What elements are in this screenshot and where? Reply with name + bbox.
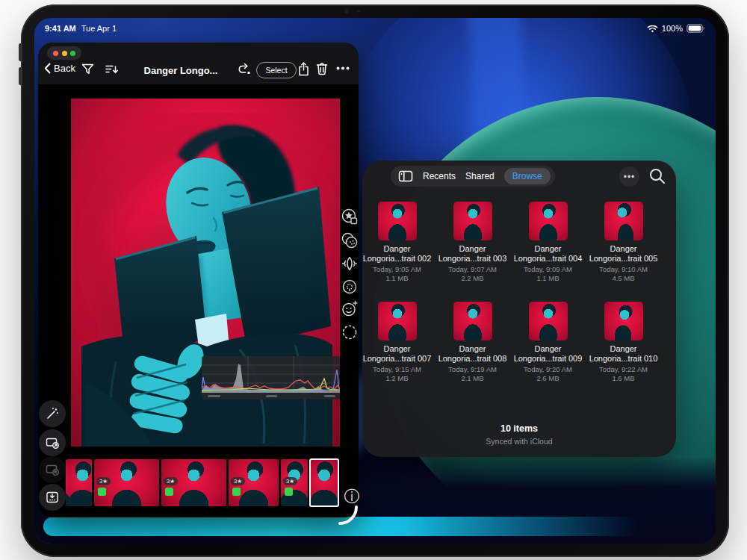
window-controls xyxy=(47,46,81,60)
status-bar: 9:41 AM Tue Apr 1 100% xyxy=(34,24,716,36)
file-item[interactable]: Danger Longoria...trait 004 Today, 9:09 … xyxy=(512,202,584,283)
chevron-left-icon xyxy=(44,63,51,74)
files-search-button[interactable] xyxy=(648,167,667,186)
ipad-screen: 9:41 AM Tue Apr 1 100% xyxy=(34,18,716,544)
file-date: Today, 9:20 AM xyxy=(524,365,572,374)
more-button[interactable] xyxy=(336,66,350,70)
file-name-line1: Danger xyxy=(459,344,486,354)
file-item[interactable]: Danger Longoria...trait 002 Today, 9:05 … xyxy=(362,202,433,283)
filmstrip-thumb[interactable]: 3★ xyxy=(229,459,279,506)
file-name-line2: Longoria...trait 002 xyxy=(363,254,432,264)
select-subject-tool-button[interactable] xyxy=(341,323,359,341)
paste-edits-button[interactable] xyxy=(39,456,66,483)
file-name-line1: Danger xyxy=(383,244,410,254)
tab-recents[interactable]: Recents xyxy=(423,171,456,181)
file-date: Today, 9:19 AM xyxy=(448,365,497,374)
item-count: 10 items xyxy=(362,423,676,434)
ipad-device: 9:41 AM Tue Apr 1 100% xyxy=(21,4,729,557)
file-size: 1.6 MB xyxy=(612,374,634,383)
file-size: 2.6 MB xyxy=(536,374,559,383)
file-date: Today, 9:10 AM xyxy=(599,265,648,274)
tab-browse[interactable]: Browse xyxy=(504,168,551,184)
file-date: Today, 9:07 AM xyxy=(448,265,497,274)
file-name-line1: Danger xyxy=(534,344,561,354)
filmstrip-thumb[interactable]: 3★ xyxy=(281,459,308,506)
file-name-line2: Longoria...trait 010 xyxy=(589,354,658,364)
select-label: Select xyxy=(265,66,287,75)
file-thumbnail xyxy=(378,202,417,240)
clone-tool-button[interactable] xyxy=(341,278,359,296)
file-thumbnail xyxy=(453,302,492,340)
file-item[interactable]: Danger Longoria...trait 005 Today, 9:10 … xyxy=(588,202,660,283)
photo-editor-titlebar: Back Danger Longo... Se xyxy=(38,43,359,84)
tab-shared[interactable]: Shared xyxy=(465,171,495,181)
zoom-window-button[interactable] xyxy=(70,51,75,56)
file-name-line2: Longoria...trait 004 xyxy=(514,254,583,264)
info-icon: ⓘ xyxy=(344,488,360,505)
file-thumbnail xyxy=(529,202,568,240)
rating-badge: 3★ xyxy=(231,477,245,485)
files-tab-bar: Recents Shared Browse xyxy=(391,166,555,187)
file-thumbnail xyxy=(529,302,568,340)
status-date: Tue Apr 1 xyxy=(81,24,117,33)
file-size: 1.1 MB xyxy=(385,274,408,283)
front-camera xyxy=(344,9,349,13)
edited-indicator xyxy=(232,488,241,496)
rating-badge: 3★ xyxy=(283,477,297,485)
file-name-line1: Danger xyxy=(459,244,486,254)
share-button[interactable] xyxy=(298,62,309,76)
file-item[interactable]: Danger Longoria...trait 010 Today, 9:22 … xyxy=(588,302,660,383)
file-item[interactable]: Danger Longoria...trait 008 Today, 9:19 … xyxy=(437,302,509,383)
filmstrip-thumb[interactable]: 3★ xyxy=(161,459,226,506)
file-size: 2.1 MB xyxy=(461,374,483,383)
file-item[interactable]: Danger Longoria...trait 003 Today, 9:07 … xyxy=(437,202,509,283)
filters-tool-button[interactable] xyxy=(341,231,359,249)
files-grid: Danger Longoria...trait 002 Today, 9:05 … xyxy=(359,202,679,383)
minimize-window-button[interactable] xyxy=(62,51,67,56)
presets-tool-button[interactable] xyxy=(341,208,359,225)
file-name-line1: Danger xyxy=(610,344,636,354)
file-name-line1: Danger xyxy=(610,244,636,254)
file-thumbnail xyxy=(378,302,417,340)
file-size: 1.2 MB xyxy=(385,374,408,383)
file-thumbnail xyxy=(604,302,643,340)
file-thumbnail xyxy=(453,202,492,240)
filmstrip-thumb-selected[interactable] xyxy=(310,459,338,506)
filmstrip-thumb[interactable]: 3★ xyxy=(94,459,159,506)
files-more-button[interactable]: ••• xyxy=(619,167,639,187)
file-item[interactable]: Danger Longoria...trait 009 Today, 9:20 … xyxy=(512,302,584,383)
undo-button[interactable] xyxy=(237,63,252,76)
wifi-icon xyxy=(647,24,658,33)
trash-button[interactable] xyxy=(316,62,328,75)
photo-canvas[interactable] xyxy=(71,99,340,447)
retouch-tool-button[interactable] xyxy=(341,300,359,318)
rating-badge: 3★ xyxy=(164,477,178,485)
file-size: 1.1 MB xyxy=(536,274,559,283)
select-button[interactable]: Select xyxy=(256,62,297,78)
auto-enhance-button[interactable] xyxy=(39,400,66,427)
edited-indicator xyxy=(98,488,106,496)
file-date: Today, 9:09 AM xyxy=(524,265,572,274)
volume-up-button[interactable] xyxy=(19,43,22,61)
file-date: Today, 9:05 AM xyxy=(373,265,421,274)
file-size: 4.5 MB xyxy=(612,274,634,283)
copy-edits-button[interactable] xyxy=(39,429,66,456)
reshape-tool-button[interactable] xyxy=(341,255,359,273)
battery-percent: 100% xyxy=(662,24,683,33)
info-button[interactable]: ⓘ xyxy=(343,488,361,505)
back-button[interactable]: Back xyxy=(44,63,75,74)
filter-button[interactable] xyxy=(81,63,94,75)
export-button[interactable] xyxy=(39,484,66,511)
filmstrip-thumb[interactable] xyxy=(66,459,92,506)
close-window-button[interactable] xyxy=(53,51,58,56)
histogram-panel xyxy=(202,356,340,399)
file-name-line2: Longoria...trait 003 xyxy=(438,254,507,264)
sidebar-toggle-icon[interactable] xyxy=(398,169,413,183)
file-item[interactable]: Danger Longoria...trait 007 Today, 9:15 … xyxy=(362,302,433,383)
camera-sensor xyxy=(357,10,360,13)
sort-button[interactable] xyxy=(105,63,119,75)
sync-status: Synced with iCloud xyxy=(362,437,676,446)
file-name-line1: Danger xyxy=(383,344,410,354)
volume-down-button[interactable] xyxy=(19,67,22,85)
files-footer: 10 items Synced with iCloud xyxy=(362,423,676,446)
